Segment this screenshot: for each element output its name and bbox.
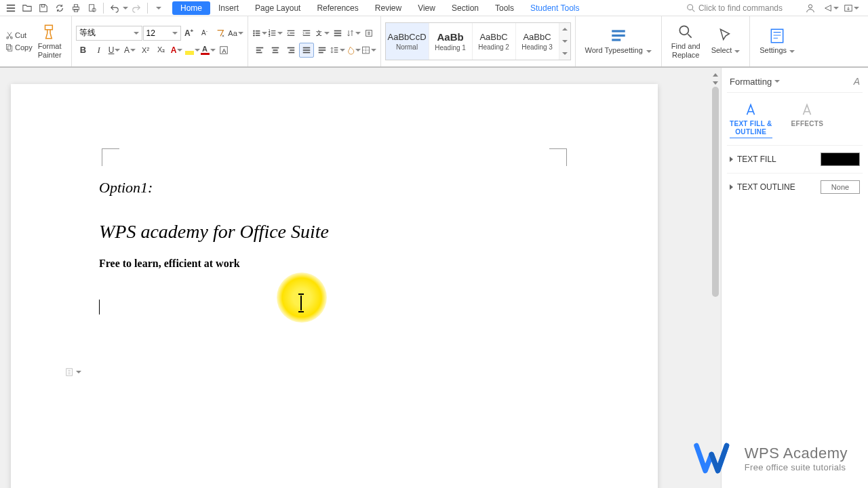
shading-icon[interactable] bbox=[346, 43, 361, 58]
svg-rect-53 bbox=[318, 47, 326, 48]
font-size-select[interactable]: 12 bbox=[143, 26, 181, 41]
align-justify-icon[interactable] bbox=[299, 43, 314, 58]
vertical-scrollbar[interactable] bbox=[710, 68, 721, 488]
tab-insert[interactable]: Insert bbox=[210, 1, 247, 15]
undo-icon[interactable] bbox=[107, 1, 122, 16]
doc-line-1[interactable]: Option1: bbox=[99, 179, 570, 197]
style-heading1[interactable]: AaBbHeading 1 bbox=[429, 23, 473, 60]
decrease-indent-icon[interactable] bbox=[283, 26, 298, 41]
doc-line-3[interactable]: Free to learn, efficient at work bbox=[99, 258, 570, 270]
document-page[interactable]: Option1: WPS academy for Office Suite Fr… bbox=[11, 84, 658, 488]
align-left-icon[interactable] bbox=[252, 43, 267, 58]
bullets-icon[interactable] bbox=[252, 26, 267, 41]
tab-section[interactable]: Section bbox=[443, 1, 487, 15]
copy-button[interactable]: Copy bbox=[5, 43, 33, 52]
format-painter-button[interactable]: Format Painter bbox=[33, 22, 67, 61]
panel-title[interactable]: Formatting bbox=[730, 77, 780, 87]
highlight-icon[interactable] bbox=[185, 43, 200, 58]
search-commands[interactable]: Click to find commands bbox=[681, 3, 788, 13]
numbering-icon[interactable]: 123 bbox=[268, 26, 283, 41]
paragraph-handle-icon[interactable] bbox=[65, 367, 81, 377]
share-icon[interactable] bbox=[823, 1, 839, 16]
italic-icon[interactable]: I bbox=[92, 43, 106, 58]
text-outline-swatch[interactable]: None bbox=[821, 180, 860, 194]
account-icon[interactable] bbox=[802, 1, 818, 16]
tab-home[interactable]: Home bbox=[172, 1, 210, 15]
svg-point-63 bbox=[680, 26, 689, 35]
doc-line-2[interactable]: WPS academy for Office Suite bbox=[99, 221, 570, 243]
bold-icon[interactable]: B bbox=[76, 43, 91, 58]
distribute-text-icon[interactable] bbox=[315, 43, 330, 58]
text-fill-swatch[interactable] bbox=[821, 152, 860, 166]
align-distributed-icon[interactable] bbox=[330, 26, 345, 41]
settings-button[interactable]: Settings bbox=[754, 26, 800, 56]
change-case-icon[interactable]: Aa bbox=[229, 26, 243, 41]
open-icon[interactable] bbox=[20, 1, 35, 16]
strikethrough-icon[interactable]: A bbox=[123, 43, 138, 58]
watermark-subtitle: Free office suite tutorials bbox=[745, 462, 848, 472]
tab-review[interactable]: Review bbox=[367, 1, 410, 15]
svg-rect-15 bbox=[8, 46, 12, 52]
increase-indent-icon[interactable] bbox=[299, 26, 314, 41]
text-outline-expander[interactable]: TEXT OUTLINE bbox=[730, 182, 795, 192]
font-name-select[interactable]: 等线 bbox=[76, 26, 142, 41]
word-typesetting-button[interactable]: Word Typesetting bbox=[580, 26, 657, 56]
print-icon[interactable] bbox=[68, 1, 83, 16]
collapse-ribbon-icon[interactable] bbox=[843, 1, 859, 16]
effects-tab[interactable]: EFFECTS bbox=[791, 102, 824, 128]
style-normal[interactable]: AaBbCcDNormal bbox=[386, 23, 429, 60]
decrease-font-icon[interactable]: A- bbox=[197, 26, 212, 41]
style-gallery-more[interactable] bbox=[559, 23, 570, 60]
svg-rect-27 bbox=[271, 33, 275, 33]
line-spacing-icon[interactable] bbox=[330, 43, 345, 58]
align-right-icon[interactable] bbox=[283, 43, 298, 58]
text-effects-icon[interactable]: A bbox=[170, 43, 184, 58]
menu-icon[interactable] bbox=[3, 1, 18, 16]
panel-undo-icon[interactable]: A bbox=[854, 76, 860, 87]
tab-tools[interactable]: Tools bbox=[487, 1, 522, 15]
find-replace-button[interactable]: Find and Replace bbox=[666, 22, 706, 61]
text-direction-icon[interactable] bbox=[346, 26, 361, 41]
cut-button[interactable]: Cut bbox=[5, 31, 33, 39]
svg-rect-30 bbox=[287, 30, 294, 30]
increase-font-icon[interactable]: A+ bbox=[182, 26, 197, 41]
align-center-icon[interactable] bbox=[268, 43, 283, 58]
asian-layout-icon[interactable]: 文 bbox=[315, 26, 330, 41]
svg-point-13 bbox=[11, 37, 13, 39]
text-fill-expander[interactable]: TEXT FILL bbox=[730, 155, 776, 164]
customize-toolbar-icon[interactable] bbox=[151, 1, 166, 16]
svg-rect-34 bbox=[305, 33, 310, 33]
text-fill-outline-tab[interactable]: TEXT FILL & OUTLINE bbox=[730, 102, 772, 138]
print-preview-icon[interactable] bbox=[85, 1, 100, 16]
select-button[interactable]: Select bbox=[706, 26, 746, 56]
sync-icon[interactable] bbox=[52, 1, 67, 16]
tab-student-tools[interactable]: Student Tools bbox=[522, 1, 588, 15]
superscript-icon[interactable]: X² bbox=[138, 43, 153, 58]
underline-icon[interactable]: U bbox=[107, 43, 122, 58]
style-heading2[interactable]: AaBbCHeading 2 bbox=[473, 23, 516, 60]
character-border-icon[interactable]: A bbox=[216, 43, 231, 58]
redo-icon[interactable] bbox=[129, 1, 144, 16]
undo-dropdown-icon[interactable] bbox=[123, 7, 128, 9]
tab-references[interactable]: References bbox=[309, 1, 366, 15]
svg-point-22 bbox=[253, 35, 254, 36]
subscript-icon[interactable]: X₂ bbox=[154, 43, 169, 58]
font-color-icon[interactable]: A bbox=[201, 43, 216, 58]
tab-view[interactable]: View bbox=[410, 1, 443, 15]
clear-format-icon[interactable] bbox=[213, 26, 228, 41]
svg-point-18 bbox=[253, 30, 254, 31]
svg-text:文: 文 bbox=[315, 30, 321, 37]
show-marks-icon[interactable] bbox=[361, 26, 376, 41]
search-icon bbox=[686, 3, 696, 13]
svg-rect-44 bbox=[271, 47, 279, 48]
save-icon[interactable] bbox=[36, 1, 51, 16]
scrollbar-thumb[interactable] bbox=[712, 87, 719, 297]
tab-page-layout[interactable]: Page Layout bbox=[247, 1, 309, 15]
formatting-panel: Formatting A TEXT FILL & OUTLINE EFFECTS… bbox=[721, 68, 868, 488]
borders-icon[interactable] bbox=[361, 43, 376, 58]
svg-rect-29 bbox=[271, 35, 275, 35]
style-heading3[interactable]: AaBbCHeading 3 bbox=[516, 23, 559, 60]
svg-rect-62 bbox=[612, 39, 620, 41]
svg-rect-52 bbox=[302, 52, 310, 53]
svg-rect-21 bbox=[255, 33, 260, 34]
